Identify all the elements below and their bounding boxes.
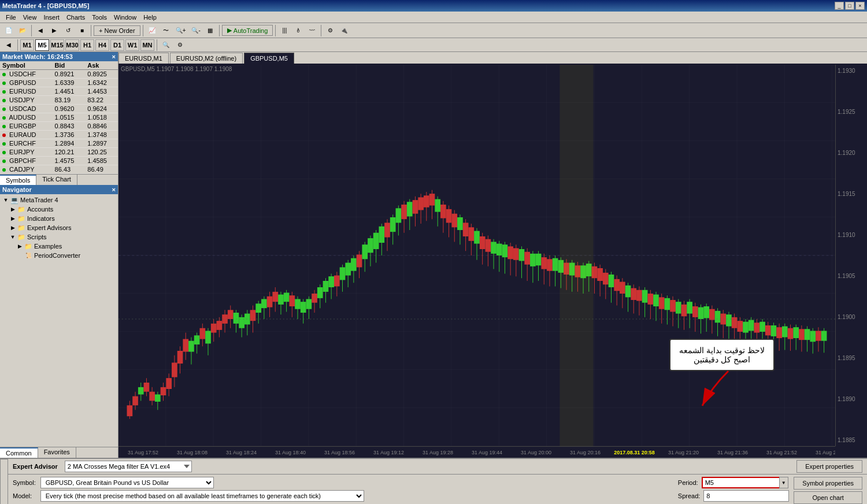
sep-tf0 (17, 39, 18, 51)
menu-insert[interactable]: Insert (40, 13, 63, 22)
chart-tab-eurusd-m1[interactable]: EURUSD,M1 (118, 53, 169, 64)
menu-bar: File View Insert Charts Tools Window Hel… (0, 12, 867, 23)
mw-cell-ask: 83.22 (85, 96, 118, 105)
expand-icon-experts[interactable]: ▶ (9, 224, 16, 231)
stop-btn[interactable]: ■ (76, 24, 88, 37)
nav-item-scripts[interactable]: ▼ 📁 Scripts (0, 232, 118, 242)
settings-btn[interactable]: ⚙ (324, 24, 336, 37)
nav-label-experts: Expert Advisors (27, 224, 71, 231)
maximize-btn[interactable]: □ (845, 2, 854, 10)
nav-tab-common[interactable]: Common (0, 447, 38, 458)
market-watch-row[interactable]: EURAUD 1.3736 1.3748 (0, 131, 118, 139)
tf-m15[interactable]: M15 (50, 39, 64, 51)
market-watch-row[interactable]: GBPCHF 1.4575 1.4585 (0, 157, 118, 165)
market-watch-row[interactable]: USDCAD 0.9620 0.9624 (0, 105, 118, 113)
indicators-btn[interactable]: 〜 (160, 24, 172, 37)
mw-tab-tick-chart[interactable]: Tick Chart (36, 175, 77, 185)
svg-rect-10 (138, 387, 144, 395)
tf-h1[interactable]: H1 (80, 39, 94, 51)
svg-rect-56 (267, 297, 273, 307)
folder-icon-scripts: 📁 (17, 233, 25, 241)
expert-properties-button[interactable]: Expert properties (796, 460, 862, 473)
time-3: 31 Aug 18:24 (217, 450, 266, 455)
nav-item-experts[interactable]: ▶ 📁 Expert Advisors (0, 223, 118, 232)
menu-charts[interactable]: Charts (63, 13, 88, 22)
zoom-in-btn[interactable]: 🔍+ (173, 24, 188, 37)
search-icon[interactable]: 🔍 (160, 39, 172, 51)
symbol-dropdown[interactable]: GBPUSD, Great Britain Pound vs US Dollar (40, 477, 214, 488)
symbol-label: Symbol: (13, 479, 36, 486)
auto-trading-button[interactable]: ▶ AutoTrading (222, 25, 273, 36)
mw-cell-ask: 1.0518 (85, 113, 118, 122)
symbol-properties-button[interactable]: Symbol properties (794, 477, 862, 490)
minimize-btn[interactable]: _ (835, 2, 844, 10)
chart-tab-eurusd-m2[interactable]: EURUSD,M2 (offline) (170, 53, 243, 64)
close-btn[interactable]: × (855, 2, 865, 10)
mw-cell-bid: 1.3736 (53, 131, 86, 139)
market-watch-row[interactable]: EURGBP 0.8843 0.8846 (0, 122, 118, 131)
tf-m30[interactable]: M30 (65, 39, 79, 51)
svg-rect-150 (530, 254, 536, 266)
arrow-left-btn[interactable]: ◀ (2, 39, 15, 51)
dot-icon (2, 142, 6, 146)
model-dropdown[interactable]: Every tick (the most precise method base… (40, 490, 364, 502)
market-watch-row[interactable]: USDJPY 83.19 83.22 (0, 96, 118, 105)
mw-tab-symbols[interactable]: Symbols (0, 175, 36, 185)
menu-tools[interactable]: Tools (88, 13, 110, 22)
market-watch-close-icon[interactable]: × (112, 53, 116, 60)
menu-file[interactable]: File (2, 13, 20, 22)
tf-d1[interactable]: D1 (110, 39, 124, 51)
period-input[interactable] (702, 477, 788, 488)
tf-mn[interactable]: MN (140, 39, 154, 51)
market-watch-row[interactable]: USDCHF 0.8921 0.8925 (0, 70, 118, 79)
menu-help[interactable]: Help (140, 13, 160, 22)
expand-icon-accounts[interactable]: ▶ (9, 206, 16, 213)
line-btn[interactable]: 〰 (306, 24, 318, 37)
chart-tab-gbpusd-m5[interactable]: GBPUSD,M5 (244, 53, 294, 64)
market-watch-row[interactable]: EURJPY 120.21 120.25 (0, 148, 118, 157)
strategy-tester-vert-tab[interactable]: Strategy Tester (0, 459, 8, 504)
nav-item-indicators[interactable]: ▶ 📁 Indicators (0, 214, 118, 223)
new-order-button[interactable]: + New Order (94, 25, 140, 36)
menu-window[interactable]: Window (110, 13, 140, 22)
nav-tab-favorites[interactable]: Favorites (38, 447, 76, 458)
market-watch-row[interactable]: AUDUSD 1.0515 1.0518 (0, 113, 118, 122)
gear-icon[interactable]: ⚙ (173, 39, 186, 51)
tf-h4[interactable]: H4 (95, 39, 109, 51)
market-watch-row[interactable]: EURUSD 1.4451 1.4453 (0, 87, 118, 96)
svg-rect-92 (368, 238, 373, 253)
expand-icon-mt4[interactable]: ▼ (2, 197, 9, 203)
expand-icon-scripts[interactable]: ▼ (9, 234, 16, 240)
candle-btn[interactable]: 🕯 (292, 24, 305, 37)
market-watch-header: Market Watch: 16:24:53 × (0, 52, 118, 61)
nav-item-mt4[interactable]: ▼ 💻 MetaTrader 4 (0, 195, 118, 205)
menu-view[interactable]: View (20, 13, 40, 22)
back-btn[interactable]: ◀ (34, 24, 47, 37)
bar-chart-btn[interactable]: ||| (278, 24, 291, 37)
market-watch-row[interactable]: GBPUSD 1.6339 1.6342 (0, 79, 118, 87)
spread-input[interactable] (703, 490, 789, 502)
market-watch-row[interactable]: CADJPY 86.43 86.49 (0, 165, 118, 174)
expand-icon-examples[interactable]: ▶ (16, 243, 23, 250)
forward-btn[interactable]: ▶ (48, 24, 61, 37)
nav-item-examples[interactable]: ▶ 📁 Examples (0, 242, 118, 251)
nav-item-accounts[interactable]: ▶ 📁 Accounts (0, 205, 118, 214)
chart-wizard-btn[interactable]: 📈 (146, 24, 158, 37)
tf-w1[interactable]: W1 (125, 39, 139, 51)
market-watch-row[interactable]: EURCHF 1.2894 1.2897 (0, 139, 118, 148)
zoom-out-btn[interactable]: 🔍- (189, 24, 202, 37)
expand-icon-indicators[interactable]: ▶ (9, 215, 16, 222)
nav-item-period-converter[interactable]: 📜 PeriodConverter (0, 251, 118, 260)
open-btn[interactable]: 📂 (16, 24, 29, 37)
period-dropdown-btn[interactable]: ▼ (779, 477, 788, 488)
tf-m5[interactable]: M5 (35, 39, 49, 51)
connect-btn[interactable]: 🔌 (338, 24, 350, 37)
ea-dropdown[interactable]: 2 MA Crosses Mega filter EA V1.ex4 (65, 461, 192, 472)
open-chart-button[interactable]: Open chart (794, 491, 862, 504)
window-controls[interactable]: _ □ × (835, 2, 865, 10)
navigator-close-icon[interactable]: × (112, 186, 116, 193)
new-chart-btn[interactable]: 📄 (2, 24, 15, 37)
tf-m1[interactable]: M1 (20, 39, 34, 51)
refresh-btn[interactable]: ↺ (62, 24, 75, 37)
chart-props-btn[interactable]: ▦ (204, 24, 217, 37)
